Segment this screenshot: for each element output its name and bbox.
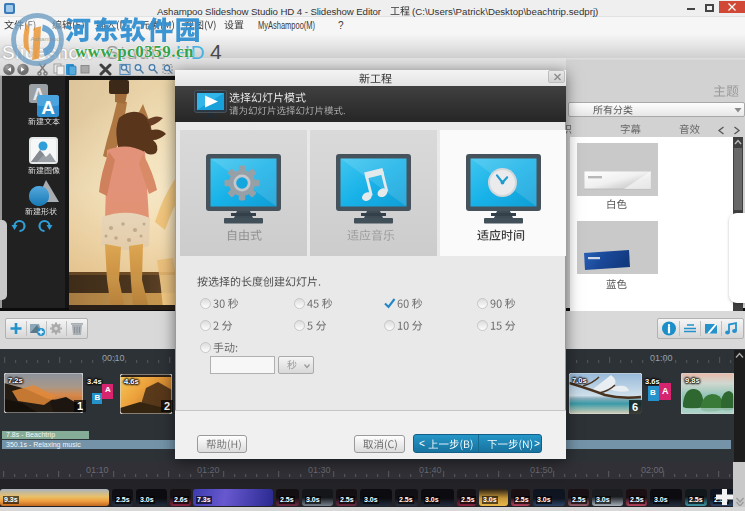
svg-text:Ashampoo: Ashampoo xyxy=(30,35,60,42)
